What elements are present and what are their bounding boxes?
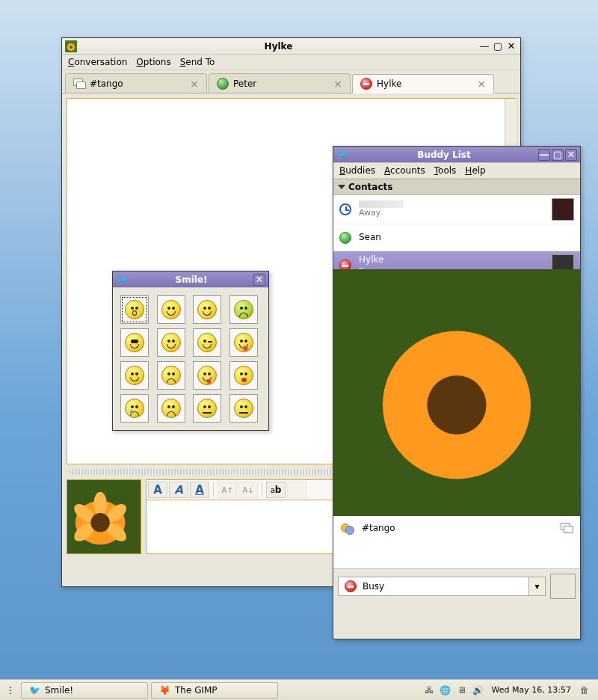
conversation-tabs: #tango ⨯ Peter ⨯ Hylke ⨯ bbox=[62, 70, 520, 93]
svg-point-10 bbox=[90, 513, 109, 532]
tab-label: Peter bbox=[233, 79, 256, 89]
tab-close-icon[interactable]: ⨯ bbox=[477, 78, 486, 90]
smiley-grin[interactable] bbox=[157, 328, 185, 357]
svg-point-16 bbox=[427, 375, 486, 435]
smiley-grid bbox=[113, 288, 268, 430]
taskbar-separator: ⋮ bbox=[3, 682, 18, 699]
svg-point-2 bbox=[70, 46, 73, 49]
buddy-list-window: 🐦 Buddy List — ▢ ✕ Buddies Accounts Tool… bbox=[333, 146, 581, 639]
font-normal-button[interactable]: A bbox=[148, 482, 167, 498]
own-avatar bbox=[67, 479, 141, 554]
tray-trash-icon[interactable]: 🗑 bbox=[579, 684, 591, 696]
tab-hylke[interactable]: Hylke ⨯ bbox=[352, 74, 494, 93]
gimp-icon: 🦊 bbox=[159, 685, 170, 696]
conversation-menubar: Conversation Options Send To bbox=[62, 55, 520, 70]
smiley-quiet[interactable] bbox=[229, 394, 258, 423]
font-italic-button[interactable]: A bbox=[169, 482, 188, 498]
svg-point-5 bbox=[93, 492, 107, 515]
smile-titlebar[interactable]: 🐦 Smile! ✕ bbox=[113, 271, 268, 288]
status-selector-bar: Busy ▾ bbox=[333, 568, 580, 604]
chat-icon bbox=[73, 79, 85, 89]
font-bg-button bbox=[287, 482, 306, 498]
tab-label: Hylke bbox=[377, 79, 401, 89]
smiley-wink[interactable] bbox=[193, 328, 221, 357]
status-busy-icon bbox=[360, 78, 372, 90]
taskbar-label: Smile! bbox=[45, 685, 73, 696]
smiley-sad[interactable] bbox=[157, 361, 185, 390]
tray-display-icon[interactable]: 🖥 bbox=[456, 684, 468, 696]
smiley-tongue[interactable] bbox=[229, 328, 258, 357]
font-underline-button[interactable]: A bbox=[190, 482, 209, 498]
smiley-neutral[interactable] bbox=[193, 394, 221, 423]
minimize-button[interactable]: — bbox=[478, 40, 490, 52]
menu-sendto[interactable]: Send To bbox=[180, 57, 215, 67]
close-button[interactable]: ✕ bbox=[505, 40, 517, 52]
maximize-button[interactable]: ▢ bbox=[492, 40, 504, 52]
tab-label: #tango bbox=[90, 79, 123, 89]
smiley-happy[interactable] bbox=[120, 361, 149, 390]
font-color-button[interactable]: ab bbox=[266, 482, 286, 498]
tray-updates-icon[interactable]: 🌐 bbox=[440, 684, 451, 696]
smiley-tongue2[interactable] bbox=[193, 361, 221, 390]
tab-tango[interactable]: #tango ⨯ bbox=[65, 73, 207, 93]
clock[interactable]: Wed May 16, 13:57 bbox=[489, 685, 574, 695]
pidgin-icon: 🐦 bbox=[29, 685, 40, 696]
smiley-surprised[interactable] bbox=[120, 295, 149, 324]
font-smaller-button: A↓ bbox=[238, 482, 258, 498]
pidgin-icon: 🐦 bbox=[116, 274, 128, 286]
own-avatar-small[interactable] bbox=[550, 574, 576, 599]
tab-peter[interactable]: Peter ⨯ bbox=[209, 73, 351, 93]
smiley-angel[interactable] bbox=[193, 295, 221, 324]
conversation-titlebar[interactable]: Hylke — ▢ ✕ bbox=[62, 38, 520, 55]
taskbar-label: The GIMP bbox=[175, 685, 218, 696]
smiley-cool[interactable] bbox=[120, 328, 149, 357]
smile-window: 🐦 Smile! ✕ bbox=[112, 271, 269, 431]
tab-close-icon[interactable]: ⨯ bbox=[190, 78, 199, 90]
smiley-unhappy[interactable] bbox=[157, 394, 185, 423]
taskbar: ⋮ 🐦 Smile! 🦊 The GIMP 🖧 🌐 🖥 🔊 Wed May 16… bbox=[0, 679, 598, 700]
menu-options[interactable]: Options bbox=[136, 57, 170, 67]
taskbar-item-smile[interactable]: 🐦 Smile! bbox=[21, 682, 148, 699]
close-button[interactable]: ✕ bbox=[253, 274, 265, 286]
smiley-kiss[interactable] bbox=[229, 361, 258, 390]
taskbar-item-gimp[interactable]: 🦊 The GIMP bbox=[151, 682, 278, 699]
smile-title: Smile! bbox=[131, 274, 252, 285]
smiley-sick[interactable] bbox=[229, 295, 258, 324]
menu-conversation[interactable]: Conversation bbox=[68, 57, 127, 67]
smiley-smile[interactable] bbox=[157, 295, 185, 324]
conversation-title: Hylke bbox=[80, 41, 477, 52]
window-icon bbox=[65, 40, 77, 52]
tab-close-icon[interactable]: ⨯ bbox=[333, 78, 342, 90]
tray-volume-icon[interactable]: 🔊 bbox=[472, 684, 484, 696]
system-tray: 🖧 🌐 🖥 🔊 Wed May 16, 13:57 🗑 bbox=[419, 684, 595, 696]
font-larger-button: A↑ bbox=[218, 482, 237, 498]
status-available-icon bbox=[217, 78, 229, 90]
smiley-cry[interactable] bbox=[120, 394, 149, 423]
tray-network-icon[interactable]: 🖧 bbox=[423, 684, 435, 696]
